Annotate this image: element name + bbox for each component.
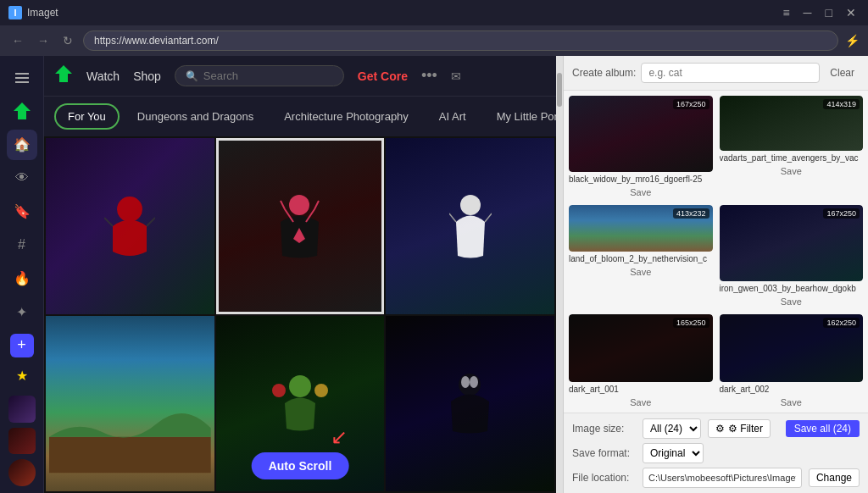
hash-sidebar-btn[interactable]: # — [7, 230, 37, 261]
mail-icon[interactable]: ✉ — [451, 69, 461, 83]
svg-rect-1 — [15, 77, 29, 79]
result-item: 414x319 vadarts_part_time_avengers_by_va… — [720, 96, 864, 198]
tab-ai-art[interactable]: AI Art — [426, 104, 479, 129]
result-image-5[interactable]: 165x250 — [569, 314, 713, 382]
grid-cell-spiderman[interactable] — [46, 138, 214, 314]
result-save-btn-6[interactable]: Save — [720, 396, 864, 408]
grid-cell-blackwidow[interactable] — [216, 138, 385, 314]
close-btn[interactable]: ✕ — [843, 6, 860, 19]
search-input[interactable] — [203, 69, 333, 82]
result-save-btn-4[interactable]: Save — [720, 296, 864, 307]
wand-sidebar-btn[interactable]: ✦ — [7, 297, 37, 328]
refresh-btn[interactable]: ↻ — [59, 32, 76, 49]
auto-scroll-btn[interactable]: Auto Scroll — [252, 452, 349, 479]
auto-scroll-arrow: ↙ — [331, 425, 348, 449]
file-location-input[interactable] — [643, 468, 802, 488]
change-location-btn[interactable]: Change — [809, 468, 860, 487]
save-format-select[interactable]: Original — [643, 443, 704, 463]
thumb1-sidebar[interactable] — [8, 396, 36, 423]
file-location-row: File location: Change — [572, 468, 860, 488]
result-filename-2: vadarts_part_time_avengers_by_vac — [720, 153, 864, 163]
result-save-btn-1[interactable]: Save — [569, 186, 713, 198]
tab-dungeons[interactable]: Dungeons and Dragons — [125, 104, 266, 129]
result-save-btn-2[interactable]: Save — [720, 165, 864, 177]
window-controls: ≡ ─ □ ✕ — [779, 6, 860, 19]
title-bar: I Imaget ≡ ─ □ ✕ — [0, 0, 868, 25]
result-save-btn-5[interactable]: Save — [569, 396, 713, 408]
result-image-3[interactable]: 413x232 — [569, 205, 713, 252]
result-image-2[interactable]: 414x319 — [720, 96, 864, 151]
da-logo — [54, 64, 73, 88]
maximize-btn[interactable]: □ — [822, 6, 836, 19]
tab-architecture[interactable]: Architecture Photography — [271, 104, 421, 129]
browser-icons: ⚡ — [845, 34, 860, 47]
svg-point-10 — [289, 375, 311, 397]
da-search-bar[interactable]: 🔍 — [175, 65, 344, 86]
result-dims-5: 165x250 — [673, 318, 709, 328]
back-btn[interactable]: ← — [8, 32, 27, 49]
result-image-6[interactable]: 162x250 — [720, 314, 864, 382]
address-input[interactable] — [83, 30, 838, 51]
add-sidebar-btn[interactable]: + — [10, 334, 34, 357]
file-location-label: File location: — [572, 472, 636, 484]
star-sidebar-btn[interactable]: ★ — [7, 361, 37, 391]
filter-icon: ⚙ — [715, 423, 725, 435]
image-size-select[interactable]: All (24) — [643, 418, 701, 439]
main-layout: 🏠 👁 🔖 # 🔥 ✦ + ★ Watch Shop 🔍 Get Core ••… — [0, 56, 868, 493]
bookmark-sidebar-btn[interactable]: 🔖 — [7, 197, 37, 227]
result-filename-6: dark_art_002 — [720, 385, 864, 394]
result-image-1[interactable]: 167x250 — [569, 96, 713, 172]
svg-rect-9 — [49, 437, 211, 473]
result-dims-4: 167x250 — [823, 208, 860, 219]
minimize-btn[interactable]: ─ — [800, 6, 815, 19]
more-options-btn[interactable]: ••• — [421, 67, 437, 85]
app-icon: I — [8, 6, 22, 19]
svg-point-12 — [314, 384, 328, 397]
clear-btn[interactable]: Clear — [825, 65, 860, 80]
result-item: 167x250 black_widow_by_mro16_dgoerfl-25 … — [569, 96, 713, 198]
tab-for-you[interactable]: For You — [54, 103, 120, 130]
svg-point-8 — [460, 195, 481, 215]
browser-bar: ← → ↻ ⚡ — [0, 25, 868, 56]
shop-nav-link[interactable]: Shop — [133, 69, 161, 83]
hamburger-sidebar-btn[interactable] — [7, 63, 37, 93]
save-all-btn[interactable]: Save all (24) — [786, 420, 860, 437]
grid-cell-symbiote[interactable] — [386, 316, 554, 492]
result-image-4[interactable]: 167x250 — [720, 205, 864, 281]
eye-sidebar-btn[interactable]: 👁 — [7, 163, 37, 194]
left-sidebar: 🏠 👁 🔖 # 🔥 ✦ + ★ — [0, 56, 44, 493]
thumb3-sidebar[interactable] — [8, 459, 36, 486]
forward-btn[interactable]: → — [34, 32, 53, 49]
result-filename-5: dark_art_001 — [569, 385, 713, 394]
svg-point-5 — [117, 197, 142, 222]
fire-sidebar-btn[interactable]: 🔥 — [7, 263, 37, 294]
get-core-btn[interactable]: Get Core — [358, 69, 408, 83]
result-save-btn-3[interactable]: Save — [569, 266, 713, 278]
result-dims-2: 414x319 — [823, 99, 860, 109]
extension-icon[interactable]: ⚡ — [845, 34, 860, 47]
watch-nav-link[interactable]: Watch — [86, 69, 120, 83]
filter-btn[interactable]: ⚙ ⚙ Filter — [708, 419, 771, 438]
da-logo-sidebar[interactable] — [7, 97, 37, 127]
svg-point-14 — [461, 376, 470, 388]
svg-marker-3 — [14, 102, 31, 119]
scrollbar-thumb[interactable] — [557, 73, 562, 107]
tab-my-little-pony[interactable]: My Little Pony — [484, 104, 556, 129]
image-size-row: Image size: All (24) ⚙ ⚙ Filter Save all… — [572, 418, 860, 439]
result-filename-3: land_of_bloom_2_by_nethervision_c — [569, 254, 713, 263]
grid-cell-landscape[interactable] — [46, 316, 214, 492]
result-dims-3: 413x232 — [673, 208, 709, 219]
grid-cell-gwenstacy[interactable] — [386, 138, 554, 314]
svg-point-6 — [289, 195, 309, 215]
home-sidebar-btn[interactable]: 🏠 — [7, 130, 37, 160]
result-item: 167x250 iron_gwen_003_by_bearhow_dgokb S… — [720, 205, 864, 307]
results-grid: 167x250 black_widow_by_mro16_dgoerfl-25 … — [564, 91, 868, 413]
da-nav: Watch Shop 🔍 Get Core ••• ✉ — [44, 56, 556, 97]
create-album-input[interactable] — [641, 63, 820, 83]
hamburger-menu-btn[interactable]: ≡ — [779, 6, 793, 19]
create-album-label: Create album: — [572, 67, 636, 79]
right-panel-footer: Image size: All (24) ⚙ ⚙ Filter Save all… — [564, 413, 868, 493]
image-size-label: Image size: — [572, 423, 636, 435]
thumb2-sidebar[interactable] — [8, 428, 36, 455]
main-scrollbar[interactable] — [556, 56, 563, 493]
